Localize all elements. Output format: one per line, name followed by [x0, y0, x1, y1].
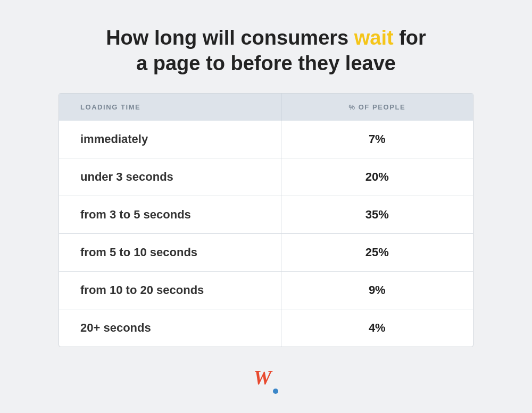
main-title: How long will consumers wait for a page …: [106, 26, 426, 76]
loading-cell: from 10 to 20 seconds: [59, 272, 281, 309]
table-body: immediately7%under 3 seconds20%from 3 to…: [59, 121, 473, 347]
table-row: from 10 to 20 seconds9%: [59, 271, 473, 309]
percent-cell: 7%: [281, 121, 473, 158]
table-row: from 5 to 10 seconds25%: [59, 233, 473, 271]
loading-cell: from 3 to 5 seconds: [59, 196, 281, 233]
table-row: immediately7%: [59, 121, 473, 158]
loading-cell: 20+ seconds: [59, 309, 281, 347]
loading-cell: immediately: [59, 121, 281, 158]
loading-cell: under 3 seconds: [59, 158, 281, 196]
percent-cell: 25%: [281, 234, 473, 271]
table-row: from 3 to 5 seconds35%: [59, 196, 473, 233]
col-percent-header: % OF PEOPLE: [281, 94, 473, 121]
title-part1: How long will consumers: [106, 27, 354, 49]
logo-letter: W: [254, 367, 272, 387]
data-table: LOADING TIME % OF PEOPLE immediately7%un…: [59, 93, 473, 347]
title-line2: a page to before they leave: [136, 52, 396, 74]
table-row: under 3 seconds20%: [59, 158, 473, 196]
col-loading-header: LOADING TIME: [59, 94, 281, 121]
table-header: LOADING TIME % OF PEOPLE: [59, 94, 473, 121]
table-row: 20+ seconds4%: [59, 309, 473, 347]
percent-cell: 35%: [281, 196, 473, 233]
percent-cell: 9%: [281, 272, 473, 309]
main-container: How long will consumers wait for a page …: [59, 26, 473, 387]
logo: W: [254, 367, 279, 387]
percent-cell: 20%: [281, 158, 473, 196]
loading-cell: from 5 to 10 seconds: [59, 234, 281, 271]
title-highlight: wait: [354, 27, 394, 49]
title-part2: for: [394, 27, 426, 49]
logo-dot: [273, 389, 278, 394]
percent-cell: 4%: [281, 309, 473, 347]
